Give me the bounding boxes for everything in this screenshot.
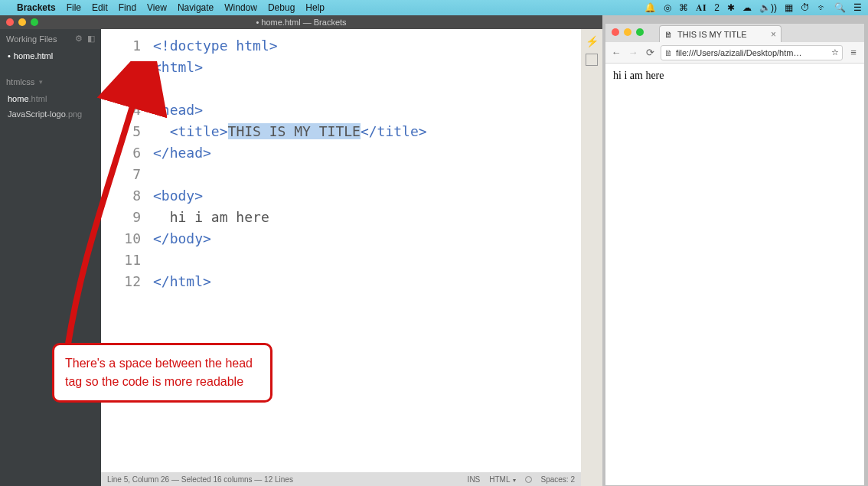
project-dropdown[interactable]: htmlcss xyxy=(0,73,101,91)
adobe-icon[interactable]: 𝐀𝐈 xyxy=(696,2,706,13)
extension-manager-icon[interactable] xyxy=(586,54,598,66)
spotlight-icon[interactable]: 🔍 xyxy=(834,2,846,13)
zoom-button-icon[interactable] xyxy=(636,28,644,36)
brackets-window: • home.html — Brackets Working Files ⚙◧ … xyxy=(0,15,602,486)
chrome-tabstrip: 🗎 THIS IS MY TITLE × xyxy=(605,24,864,42)
badge-2-icon[interactable]: 2 xyxy=(714,2,720,13)
keyboard-icon[interactable]: ⌘ xyxy=(679,2,688,13)
close-button-icon[interactable] xyxy=(6,18,14,26)
code-content[interactable]: <!doctype html> <html> <head> <title>THI… xyxy=(148,29,427,472)
zoom-button-icon[interactable] xyxy=(31,18,38,26)
page-icon: 🗎 xyxy=(664,48,673,57)
file-item[interactable]: home.html xyxy=(0,91,101,106)
file-ext: .html xyxy=(29,94,47,103)
url-text: file:///Users/azizali/Desktop/htm… xyxy=(676,48,801,57)
menubar-status-icons: 🔔 ◎ ⌘ 𝐀𝐈 2 ✱ ☁︎ 🔈)) ▦ ⏱ ᯤ 🔍 ☰ xyxy=(644,2,862,13)
window-title: • home.html — Brackets xyxy=(0,18,602,27)
reload-icon[interactable]: ⟳ xyxy=(644,47,656,58)
volume-icon[interactable]: 🔈)) xyxy=(759,2,777,13)
menu-window[interactable]: Window xyxy=(224,2,257,13)
menu-help[interactable]: Help xyxy=(305,2,325,13)
status-bar: Line 5, Column 26 — Selected 16 columns … xyxy=(101,472,581,486)
language-mode[interactable]: HTML xyxy=(489,475,515,484)
rendered-page: hi i am here xyxy=(605,64,864,485)
working-files-label: Working Files xyxy=(6,34,57,44)
drive-icon[interactable]: ☁︎ xyxy=(742,2,752,13)
sync-icon[interactable]: ◎ xyxy=(664,2,671,13)
chrome-toolbar: ← → ⟳ 🗎 file:///Users/azizali/Desktop/ht… xyxy=(605,42,864,64)
code-editor[interactable]: 123456789101112 <!doctype html> <html> <… xyxy=(101,29,581,472)
working-files-header[interactable]: Working Files ⚙◧ xyxy=(0,29,101,48)
notification-icon[interactable]: 🔔 xyxy=(644,2,656,13)
menu-debug[interactable]: Debug xyxy=(268,2,295,13)
tab-title: THIS IS MY TITLE xyxy=(677,30,747,39)
line-gutter: 123456789101112 xyxy=(101,29,148,472)
annotation-callout: There's a space between the head tag so … xyxy=(52,343,272,403)
spaces-setting[interactable]: Spaces: 2 xyxy=(541,475,575,484)
app-name[interactable]: Brackets xyxy=(17,2,56,13)
page-body-text: hi i am here xyxy=(613,70,664,81)
split-icon[interactable]: ◧ xyxy=(87,34,95,44)
close-button-icon[interactable] xyxy=(612,28,619,36)
menu-extras-icon[interactable]: ☰ xyxy=(853,2,862,13)
working-file-label: home.html xyxy=(14,51,53,60)
cursor-status: Line 5, Column 26 — Selected 16 columns … xyxy=(107,475,293,484)
file-ext: .png xyxy=(66,109,82,119)
gear-icon[interactable]: ⚙ xyxy=(75,34,83,44)
menu-navigate[interactable]: Navigate xyxy=(178,2,214,13)
address-bar[interactable]: 🗎 file:///Users/azizali/Desktop/htm… ☆ xyxy=(661,45,843,60)
chrome-window: 🗎 THIS IS MY TITLE × ← → ⟳ 🗎 file:///Use… xyxy=(605,23,865,486)
tab-close-icon[interactable]: × xyxy=(771,29,776,40)
menu-edit[interactable]: Edit xyxy=(92,2,108,13)
page-icon: 🗎 xyxy=(664,30,673,39)
clock-icon[interactable]: ⏱ xyxy=(801,2,810,13)
back-icon[interactable]: ← xyxy=(610,47,622,58)
brackets-sidebar: Working Files ⚙◧ •home.html htmlcss home… xyxy=(0,29,101,486)
menu-find[interactable]: Find xyxy=(119,2,136,13)
wifi-icon[interactable]: ᯤ xyxy=(817,2,827,13)
dirty-dot-icon: • xyxy=(8,51,11,60)
insert-mode[interactable]: INS xyxy=(468,475,481,484)
extension-gutter: ⚡ xyxy=(581,29,602,486)
lint-status-icon[interactable] xyxy=(525,476,532,483)
forward-icon[interactable]: → xyxy=(627,47,639,58)
brackets-titlebar[interactable]: • home.html — Brackets xyxy=(0,15,602,29)
menu-view[interactable]: View xyxy=(147,2,167,13)
menu-file[interactable]: File xyxy=(67,2,81,13)
dropbox-icon[interactable]: ✱ xyxy=(727,2,735,13)
live-preview-icon[interactable]: ⚡ xyxy=(586,35,599,47)
file-name: JavaScript-logo xyxy=(8,109,66,119)
battery-icon[interactable]: ▦ xyxy=(785,2,793,13)
browser-tab[interactable]: 🗎 THIS IS MY TITLE × xyxy=(659,25,782,42)
file-name: home xyxy=(8,94,29,103)
minimize-button-icon[interactable] xyxy=(18,18,26,26)
file-item[interactable]: JavaScript-logo.png xyxy=(0,106,101,122)
mac-menubar: Brackets File Edit Find View Navigate Wi… xyxy=(0,0,868,15)
minimize-button-icon[interactable] xyxy=(624,28,631,36)
bookmark-star-icon[interactable]: ☆ xyxy=(831,47,839,57)
hamburger-menu-icon[interactable]: ≡ xyxy=(847,47,860,58)
working-file-item[interactable]: •home.html xyxy=(0,48,101,64)
selected-text[interactable]: THIS IS MY TITLE xyxy=(228,123,361,139)
